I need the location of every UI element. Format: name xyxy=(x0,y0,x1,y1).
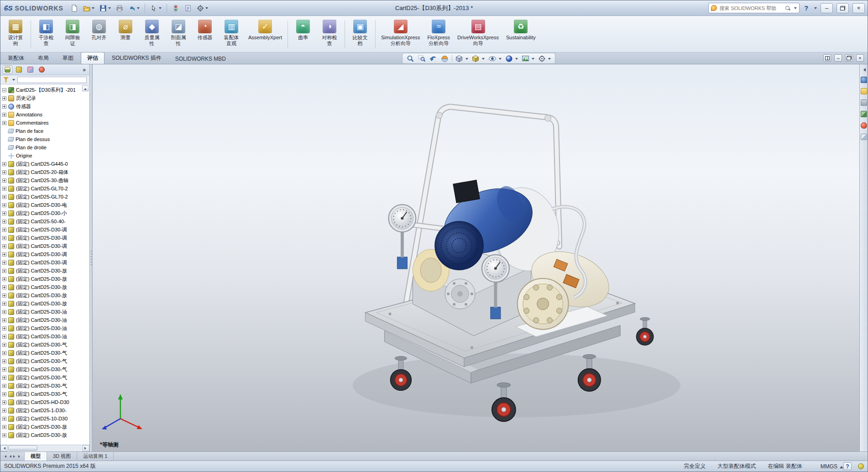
tree-item[interactable]: (固定) CartD25-HD-D30 xyxy=(2,398,89,406)
expand-toggle[interactable] xyxy=(2,252,6,257)
expand-toggle[interactable] xyxy=(2,392,6,396)
tree-item[interactable]: Plan de face xyxy=(2,127,89,135)
expand-toggle[interactable] xyxy=(2,162,6,166)
display-style-button[interactable] xyxy=(471,54,486,63)
scrollbar-thumb[interactable] xyxy=(8,446,37,451)
tree-item[interactable]: (固定) CartD25-D30-气 xyxy=(2,357,89,365)
expand-toggle[interactable] xyxy=(2,326,6,330)
last-tab-button[interactable] xyxy=(18,455,21,458)
tree-item[interactable]: Annotations xyxy=(2,110,89,119)
command-manager-tab[interactable]: SOLIDWORKS 插件 xyxy=(105,52,168,64)
expand-toggle[interactable] xyxy=(2,203,6,207)
task-pane-expand-icon[interactable] xyxy=(862,68,866,72)
ribbon-tool-button[interactable]: ◔ 传感器 xyxy=(192,18,218,51)
tree-item[interactable]: (固定) CartD25-D30-放 xyxy=(2,267,89,275)
tree-item[interactable]: (固定) CartD25-D30-油 xyxy=(2,308,89,316)
tree-item[interactable]: (固定) CartD25-D30-气 xyxy=(2,390,89,398)
file-explorer-icon[interactable] xyxy=(861,100,867,106)
ribbon-tool-button[interactable]: ◍ 孔对齐 xyxy=(86,18,112,51)
graphics-viewport[interactable]: *等轴测 xyxy=(93,64,859,451)
options-button[interactable] xyxy=(195,2,210,14)
expand-toggle[interactable] xyxy=(2,294,6,298)
ribbon-tool-button[interactable]: ◧ 干涉检 查 xyxy=(33,18,59,51)
view-settings-button[interactable] xyxy=(537,54,552,63)
tree-item[interactable]: Plan de dessus xyxy=(2,135,89,143)
ribbon-tool-button[interactable]: ≈ FloXpress 分析向导 xyxy=(424,18,454,51)
tree-item[interactable]: (固定) CartD25-D30-油 xyxy=(2,316,89,324)
tree-item[interactable]: (固定) CartD25-10-D30 xyxy=(2,414,89,423)
expand-toggle[interactable] xyxy=(2,367,6,372)
tree-item[interactable]: (固定) CartD25-D30-放 xyxy=(2,275,89,283)
scroll-right-button[interactable] xyxy=(83,445,89,451)
tree-item[interactable]: (固定) CartD25-D30-气 xyxy=(2,341,89,349)
tree-item[interactable]: (固定) CartD25-D30-调 xyxy=(2,226,89,234)
hide-show-items-button[interactable] xyxy=(487,54,503,63)
tile-windows-button[interactable] xyxy=(823,54,831,62)
expand-toggle[interactable] xyxy=(2,433,6,437)
model-view-tab[interactable]: 运动算例 1 xyxy=(77,452,114,461)
tree-scroll-up-button[interactable] xyxy=(82,85,89,91)
filter-funnel-icon[interactable] xyxy=(3,77,9,83)
tree-item[interactable]: Commentaires xyxy=(2,119,89,127)
expand-toggle[interactable] xyxy=(2,187,6,191)
tree-item[interactable]: (固定) CartD25-D30-气 xyxy=(2,373,89,382)
doc-restore-button[interactable] xyxy=(845,54,853,62)
expand-toggle[interactable] xyxy=(2,105,6,109)
open-document-button[interactable] xyxy=(81,2,96,14)
expand-toggle[interactable] xyxy=(2,285,6,289)
tree-item[interactable]: (固定) CartD25-D30-调 xyxy=(2,234,89,242)
ribbon-tool-button[interactable]: ◨ 间隙验 证 xyxy=(59,18,86,51)
property-manager-tab[interactable] xyxy=(14,65,24,74)
tree-item[interactable]: Plan de droite xyxy=(2,143,89,152)
model-view-tab[interactable]: 3D 视图 xyxy=(47,452,77,461)
expand-toggle[interactable] xyxy=(2,335,6,339)
file-properties-button[interactable] xyxy=(183,2,193,14)
view-orientation-button[interactable] xyxy=(454,54,470,63)
tree-item[interactable]: (固定) CartD25-D30-调 xyxy=(2,250,89,258)
scrollbar-track[interactable] xyxy=(7,445,83,451)
expand-toggle[interactable] xyxy=(2,409,6,413)
scroll-left-button[interactable] xyxy=(0,445,7,451)
previous-view-button[interactable] xyxy=(428,54,439,63)
tree-item[interactable]: (固定) CartD25-D30-油 xyxy=(2,324,89,332)
search-icon[interactable] xyxy=(785,5,790,11)
tree-item[interactable]: (固定) CartD25-1-D30- xyxy=(2,406,89,414)
expand-toggle[interactable] xyxy=(2,310,6,314)
design-library-icon[interactable] xyxy=(861,88,867,94)
expand-toggle[interactable] xyxy=(2,236,6,240)
tree-item[interactable]: (固定) CartD25-D30-放 xyxy=(2,431,89,439)
ribbon-tool-button[interactable]: ✓ AssemblyXpert xyxy=(245,18,286,51)
filter-dropdown-icon[interactable] xyxy=(12,79,15,82)
tree-item[interactable]: (固定) CartD25-D30-放 xyxy=(2,423,89,431)
edit-appearance-button[interactable] xyxy=(504,54,519,63)
next-tab-button[interactable] xyxy=(13,455,16,458)
expand-toggle[interactable] xyxy=(2,261,6,265)
restore-button[interactable] xyxy=(837,3,849,13)
print-button[interactable] xyxy=(114,2,125,14)
view-palette-icon[interactable] xyxy=(861,111,867,117)
tree-item[interactable]: (固定) CartD25-G445-0 xyxy=(2,160,89,168)
ribbon-tool-button[interactable]: ◪ 剖面属 性 xyxy=(165,18,192,51)
cart-assembly-3d-model[interactable] xyxy=(93,64,859,451)
tree-item[interactable]: (固定) CartD25-GL70-2 xyxy=(2,184,89,193)
expand-toggle[interactable] xyxy=(2,244,6,248)
units-selector[interactable]: MMGS xyxy=(821,463,843,470)
display-manager-tab[interactable] xyxy=(37,65,47,74)
expand-toggle[interactable] xyxy=(2,228,6,232)
configuration-manager-tab[interactable] xyxy=(26,65,35,74)
ribbon-tool-button[interactable]: ▥ 装配体 直观 xyxy=(218,18,245,51)
tree-item[interactable]: (固定) CartD25-20-箱体 xyxy=(2,168,89,176)
expand-toggle[interactable] xyxy=(2,417,6,421)
appearances-scenes-icon[interactable] xyxy=(861,122,867,129)
feature-manager-tab[interactable] xyxy=(3,65,12,74)
tree-item[interactable]: (固定) CartD25-GL70-2 xyxy=(2,193,89,201)
search-input[interactable] xyxy=(719,5,783,11)
custom-properties-icon[interactable] xyxy=(861,134,867,140)
panel-expand-button[interactable]: » xyxy=(81,67,87,73)
select-button[interactable] xyxy=(148,2,163,14)
command-manager-tab[interactable]: 评估 xyxy=(81,52,105,64)
tree-item[interactable]: (固定) CartD25-D30-气 xyxy=(2,365,89,373)
section-view-button[interactable] xyxy=(439,54,450,63)
tree-item[interactable]: (固定) CartD25-D30-放 xyxy=(2,291,89,299)
expand-toggle[interactable] xyxy=(2,113,6,117)
